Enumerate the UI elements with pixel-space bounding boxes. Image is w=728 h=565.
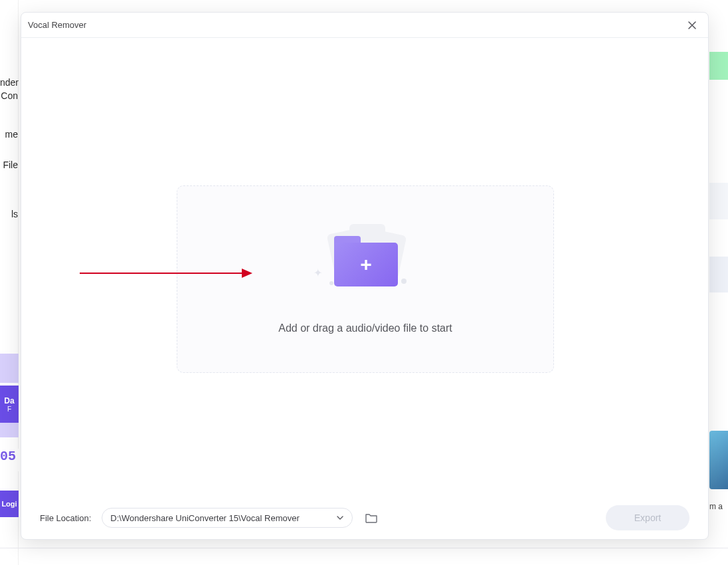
close-icon [687, 20, 697, 31]
bg-login-text: Logi [1, 500, 17, 508]
bg-day-badge-sub: F [4, 405, 14, 413]
modal-body: ✦ + Add or drag a audio/video file to st… [21, 38, 708, 497]
bg-right-thumbnail [709, 431, 728, 489]
bg-right-text: m a [709, 502, 728, 511]
chevron-down-icon [336, 514, 344, 522]
modal-title: Vocal Remover [28, 20, 86, 30]
file-location-label: File Location: [40, 513, 91, 523]
bg-block [0, 423, 19, 437]
bg-sidebar: nder Con me File ls [0, 0, 19, 565]
open-folder-button[interactable] [363, 510, 379, 526]
bg-right-accent [709, 52, 728, 80]
file-drop-zone[interactable]: ✦ + Add or drag a audio/video file to st… [177, 185, 554, 373]
bg-day-badge: Da F [0, 386, 19, 423]
export-button-label: Export [634, 512, 661, 523]
folder-plus-icon: + [334, 243, 398, 286]
close-button[interactable] [683, 16, 701, 35]
file-location-value: D:\Wondershare UniConverter 15\Vocal Rem… [110, 513, 299, 523]
folder-icon [365, 512, 378, 524]
bg-sidebar-item: Con [0, 90, 18, 101]
add-file-illustration: ✦ + [312, 224, 418, 290]
file-location-select[interactable]: D:\Wondershare UniConverter 15\Vocal Rem… [102, 508, 353, 528]
export-button[interactable]: Export [606, 505, 689, 530]
bg-right-row [709, 183, 728, 219]
modal-footer: File Location: D:\Wondershare UniConvert… [21, 497, 708, 539]
sparkle-icon: ✦ [314, 267, 322, 279]
bg-login-btn: Logi [0, 491, 19, 517]
bg-sidebar-item: ls [0, 209, 18, 219]
dot-icon [329, 281, 333, 285]
drop-zone-text: Add or drag a audio/video file to start [278, 322, 452, 334]
bg-digits: 05 [0, 449, 19, 471]
dot-icon [401, 279, 407, 284]
bg-sidebar-item: me [0, 129, 18, 140]
bg-block [0, 354, 19, 383]
modal-titlebar: Vocal Remover [21, 13, 708, 38]
vocal-remover-modal: Vocal Remover ✦ + Add or drag a audio/vi… [21, 12, 709, 540]
bg-day-badge-top: Da [4, 396, 14, 405]
bg-right-row [709, 257, 728, 292]
app-bottom-divider [0, 548, 728, 548]
bg-sidebar-item: File [0, 160, 18, 170]
bg-sidebar-item: nder [0, 77, 18, 88]
